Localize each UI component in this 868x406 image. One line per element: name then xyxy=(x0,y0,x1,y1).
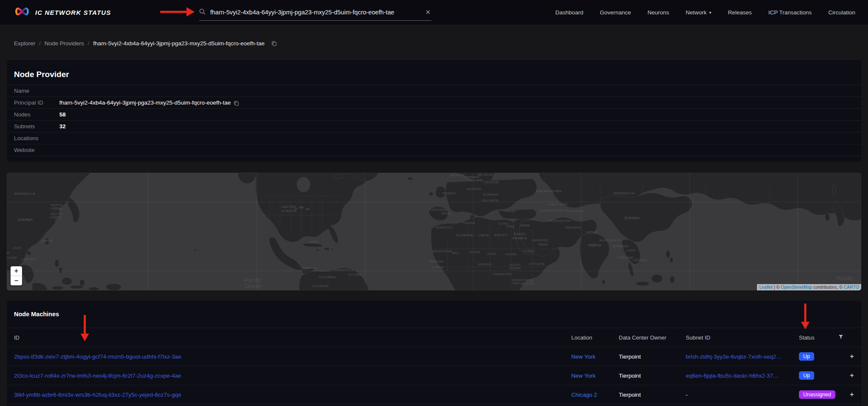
col-id: ID xyxy=(14,334,571,341)
nav-network[interactable]: Network ▾ xyxy=(686,9,712,16)
nav-network-label: Network xyxy=(686,9,707,16)
dc-owner: Tierpoint xyxy=(619,373,686,379)
breadcrumb-explorer[interactable]: Explorer xyxy=(14,40,35,47)
svg-text:PAKISTAN: PAKISTAN xyxy=(565,226,581,229)
svg-text:GUYANA: GUYANA xyxy=(348,273,362,276)
svg-text:MYANMAR: MYANMAR xyxy=(612,245,629,248)
svg-text:IRAQ: IRAQ xyxy=(506,225,515,228)
svg-text:EGYPT: EGYPT xyxy=(495,233,508,237)
nodes-count: 58 xyxy=(59,111,854,118)
svg-text:INDIA: INDIA xyxy=(588,243,602,247)
svg-text:SOUTH: SOUTH xyxy=(50,213,62,215)
search-icon xyxy=(199,8,206,17)
search-bar[interactable]: fharn-5vyi2-4xb4a-64yyi-3jpmj-pga23-mxy2… xyxy=(199,0,437,25)
svg-text:ETHIOPIA: ETHIOPIA xyxy=(529,262,545,265)
field-label: Nodes xyxy=(14,111,59,118)
principal-id-value: fharn-5vyi2-4xb4a-64yyi-3jpmj-pga23-mxy2… xyxy=(59,99,231,106)
nav-circulation[interactable]: Circulation xyxy=(828,9,855,16)
table-row: 3likf-ymftb-azbr6-6mi3x-wrs3b-h2fuq-li3x… xyxy=(7,385,861,404)
map-zoom-control: + − xyxy=(11,266,22,285)
svg-text:THAILAND: THAILAND xyxy=(617,256,633,259)
attribution-text: | © xyxy=(773,284,781,290)
status-badge: Up xyxy=(799,371,814,380)
node-machines-title: Node Machines xyxy=(7,301,861,328)
breadcrumb: Explorer / Node Providers / fharn-5vyi2-… xyxy=(14,40,277,47)
field-row-nodes: Nodes 58 xyxy=(7,108,861,120)
world-map[interactable]: MONGOLIACHINANORTHKOREASOUTHKOREATAIWANL… xyxy=(7,173,861,290)
node-provider-title: Node Provider xyxy=(7,60,861,85)
svg-text:SUDAN: SUDAN xyxy=(509,267,521,270)
copy-icon[interactable] xyxy=(271,41,277,47)
svg-text:MALI: MALI xyxy=(452,251,459,254)
svg-text:UKRAINE: UKRAINE xyxy=(484,181,499,184)
brand-logo[interactable]: IC NETWORK STATUS xyxy=(14,0,111,25)
col-subnet-id: Subnet ID xyxy=(686,334,799,341)
svg-text:PANAMA: PANAMA xyxy=(303,267,317,270)
search-clear-icon[interactable]: ✕ xyxy=(425,8,431,16)
expand-row-button[interactable]: + xyxy=(838,371,854,380)
field-row-website: Website xyxy=(7,144,861,156)
svg-text:AUSTRIA: AUSTRIA xyxy=(467,188,481,191)
svg-text:THAILAND: THAILAND xyxy=(7,256,17,259)
svg-text:NIGERIA: NIGERIA xyxy=(478,263,492,266)
svg-text:KAZAKHSTAN: KAZAKHSTAN xyxy=(536,189,562,193)
nav-governance[interactable]: Governance xyxy=(600,9,631,16)
breadcrumb-node-providers[interactable]: Node Providers xyxy=(45,40,84,47)
subnet-id-link[interactable]: eq6en-6jqla-fbu5s-daskr-h6hx2-37… xyxy=(686,373,799,379)
node-id-link[interactable]: 3likf-ymftb-azbr6-6mi3x-wrs3b-h2fuq-li3x… xyxy=(14,392,571,398)
node-id-link[interactable]: 2t3co-lcuz7-ro64x-zr7rw-lmfs3-nex4j-tfcj… xyxy=(14,373,571,379)
svg-text:SENEGAL: SENEGAL xyxy=(429,260,444,263)
svg-text:MONGOLIA: MONGOLIA xyxy=(614,191,635,195)
status-badge: Unassigned xyxy=(799,390,835,399)
svg-text:TURKMENISTAN: TURKMENISTAN xyxy=(539,209,565,212)
svg-text:STATES: STATES xyxy=(282,209,297,213)
nav-neurons[interactable]: Neurons xyxy=(648,9,669,16)
location-link[interactable]: Chicago 2 xyxy=(571,392,619,398)
breadcrumb-separator: / xyxy=(39,40,41,47)
field-row-subnets: Subnets 32 xyxy=(7,120,861,132)
nav-icp-transactions[interactable]: ICP Transactions xyxy=(768,9,812,16)
svg-text:MYANMAR: MYANMAR xyxy=(7,251,9,254)
field-label: Subnets xyxy=(14,123,59,130)
svg-text:LAOS: LAOS xyxy=(13,246,21,249)
dc-owner: Tierpoint xyxy=(619,354,686,360)
location-link[interactable]: New York xyxy=(571,373,619,379)
map-zoom-out-button[interactable]: − xyxy=(11,276,22,285)
svg-text:TURKEY: TURKEY xyxy=(503,210,516,213)
location-link[interactable]: New York xyxy=(571,354,619,360)
copy-icon[interactable] xyxy=(234,100,239,107)
svg-text:BANGLADESH: BANGLADESH xyxy=(599,239,621,242)
field-label: Name xyxy=(14,88,59,94)
carto-link[interactable]: CARTO xyxy=(844,284,859,290)
subnet-id-link[interactable]: brlsh-zidhj-3yy3e-6vqbz-7xnih-xeq2… xyxy=(686,354,799,360)
leaflet-link[interactable]: Leaflet xyxy=(759,284,773,290)
nav-dashboard[interactable]: Dashboard xyxy=(555,9,583,16)
expand-row-button[interactable]: + xyxy=(838,352,854,361)
expand-row-button[interactable]: + xyxy=(838,390,854,399)
field-row-locations: Locations xyxy=(7,132,861,144)
svg-text:UZBEKISTAN: UZBEKISTAN xyxy=(548,203,568,206)
svg-text:TUNISIA: TUNISIA xyxy=(462,221,475,224)
filter-icon[interactable] xyxy=(838,334,854,341)
svg-text:LAOS: LAOS xyxy=(627,249,635,252)
svg-text:UNITED: UNITED xyxy=(281,205,296,209)
col-location: Location xyxy=(571,334,619,341)
svg-text:MONGOLIA: MONGOLIA xyxy=(14,192,36,196)
svg-text:AFGHANISTAN: AFGHANISTAN xyxy=(548,219,571,222)
openstreetmap-link[interactable]: OpenStreetMap xyxy=(781,284,812,290)
map-zoom-in-button[interactable]: + xyxy=(11,266,22,276)
svg-text:CHAD: CHAD xyxy=(487,252,496,255)
svg-text:MOROCCO: MOROCCO xyxy=(436,226,453,229)
svg-text:CUBA: CUBA xyxy=(309,240,317,243)
search-input[interactable]: fharn-5vyi2-4xb4a-64yyi-3jpmj-pga23-mxy2… xyxy=(210,9,425,16)
chevron-down-icon: ▾ xyxy=(709,10,711,15)
map-attribution: Leaflet | © OpenStreetMap contributors, … xyxy=(757,284,861,290)
svg-text:OMAN: OMAN xyxy=(538,243,548,246)
brand-title: IC NETWORK STATUS xyxy=(35,9,111,16)
field-label: Website xyxy=(14,147,59,153)
svg-text:CHINA: CHINA xyxy=(625,215,640,220)
nav-releases[interactable]: Releases xyxy=(728,9,751,16)
dc-owner: Tierpoint xyxy=(619,392,686,398)
node-id-link[interactable]: 2bpss-tf3dk-zeiv7-ztjbm-4ogyt-gcf74-rmzn… xyxy=(14,354,571,360)
svg-text:BELARUS: BELARUS xyxy=(478,173,492,176)
